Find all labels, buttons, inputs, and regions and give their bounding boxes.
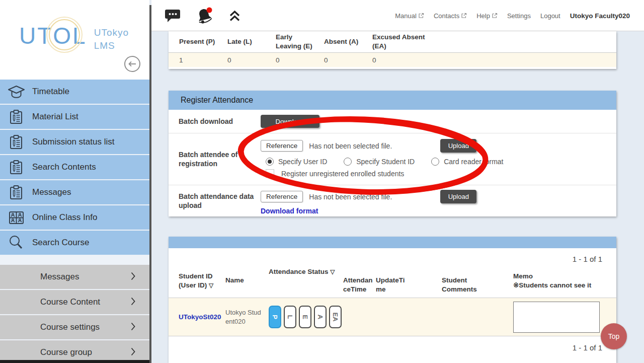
settings-link[interactable]: Settings <box>507 12 531 20</box>
sidebar-group-course-settings[interactable]: Course settings <box>0 315 149 339</box>
attendee-file-line: Reference Has not been selected file. Up… <box>261 139 616 153</box>
radio-label: Specify Student ID <box>356 158 415 166</box>
attendance-table-header: Student ID (User ID) ▽ Name Attendance S… <box>169 265 616 298</box>
logo-area: UTOL UTokyo LMS <box>0 0 149 80</box>
summary-header-absent: Absent (A) <box>313 37 362 46</box>
external-link-icon <box>418 13 424 19</box>
brand-o: O <box>53 24 72 47</box>
header-memo-line1: Memo <box>513 272 604 281</box>
radio-specify-user-id[interactable] <box>266 158 274 166</box>
sidebar-item-submission-status-list[interactable]: Submission status list <box>0 130 149 154</box>
sidebar-group-course-content[interactable]: Course Content <box>0 290 149 314</box>
sidebar-item-online-class-info[interactable]: Online Class Info <box>0 205 149 230</box>
clipboard-icon <box>0 134 32 150</box>
sidebar-item-label: Online Class Info <box>32 212 97 223</box>
reference-button[interactable]: Reference <box>261 191 303 202</box>
chevron-right-icon <box>131 272 135 282</box>
header-attendance-time: AttendanceTime <box>343 265 376 298</box>
sidebar-item-material-list[interactable]: Material List <box>0 105 149 129</box>
summary-value-late: 0 <box>217 56 265 64</box>
sidebar-item-label: Material List <box>32 112 78 122</box>
sidebar-item-messages[interactable]: Messages <box>0 180 149 204</box>
chevron-right-icon <box>131 322 135 333</box>
header-status-label: Attendance Status <box>269 268 329 275</box>
help-link-label: Help <box>476 12 490 20</box>
summary-value-present: 1 <box>169 56 217 64</box>
sort-icon[interactable]: ▽ <box>330 268 335 275</box>
section-title: Register Attendance <box>169 91 616 110</box>
sidebar-group-label: Course group <box>40 347 92 357</box>
summary-header-late: Late (L) <box>217 37 265 46</box>
status-button-early-leaving[interactable]: E <box>299 306 311 328</box>
header-student-comments: Student Comments <box>442 265 502 298</box>
register-unregistered-checkbox[interactable] <box>266 169 274 178</box>
logout-link-label: Logout <box>540 12 560 20</box>
download-button[interactable]: Download <box>261 115 319 128</box>
student-name: Utokyo Student020 <box>225 308 265 326</box>
sidebar-item-timetable[interactable]: Timetable <box>0 80 149 104</box>
double-chevron-up-icon[interactable] <box>228 10 241 22</box>
pagination-bottom: 1 - 1 of 1 <box>169 336 616 352</box>
status-button-absent[interactable]: A <box>314 306 327 328</box>
help-link[interactable]: Help <box>476 12 498 20</box>
video-grid-icon <box>0 210 32 226</box>
radio-card-reader-format[interactable] <box>431 158 439 166</box>
sidebar-item-label: Search Course <box>32 238 89 248</box>
notification-bell-icon[interactable] <box>195 7 214 25</box>
summary-value-excused-absent: 0 <box>362 56 427 64</box>
header-student-id[interactable]: Student ID (User ID) ▽ <box>179 265 222 298</box>
header-update-time: UpdateTime <box>376 265 409 298</box>
sidebar-scrollbar-horizontal[interactable] <box>0 360 151 363</box>
message-bubble-icon[interactable] <box>165 9 181 23</box>
sidebar-item-search-contents[interactable]: Search Contents <box>0 155 149 179</box>
student-row: UTokyoSt020 Utokyo Student020 P L E A EA <box>169 298 616 336</box>
current-user[interactable]: Utokyo Faculty020 <box>570 12 630 20</box>
student-id-link[interactable]: UTokyoSt020 <box>179 313 222 321</box>
download-format-link[interactable]: Download format <box>261 207 318 215</box>
summary-value-early-leaving: 0 <box>265 56 313 64</box>
upload-button[interactable]: Upload <box>440 190 476 203</box>
status-button-late[interactable]: L <box>284 306 296 328</box>
clipboard-icon <box>0 185 32 200</box>
scroll-to-top-button[interactable]: Top <box>601 323 627 349</box>
pagination-top: 1 - 1 of 1 <box>169 248 616 263</box>
sidebar-group-messages[interactable]: Messages <box>0 265 149 289</box>
summary-header-present: Present (P) <box>169 37 217 46</box>
logo-subtitle-line1: UTokyo <box>94 26 129 39</box>
sidebar: UTOL UTokyo LMS Timetable <box>0 0 149 363</box>
summary-value-absent: 0 <box>313 56 362 64</box>
status-button-group: P L E A EA <box>269 306 343 328</box>
status-letter: E <box>301 315 309 319</box>
sidebar-item-label: Submission status list <box>32 137 114 147</box>
header-attendance-status[interactable]: Attendance Status ▽ <box>269 265 343 298</box>
sidebar-nav: Timetable Material List Submission statu… <box>0 80 149 255</box>
sort-icon[interactable]: ▽ <box>209 282 213 289</box>
no-file-text: Has not been selected file. <box>309 142 392 150</box>
graduation-cap-icon <box>0 84 32 100</box>
status-button-present[interactable]: P <box>269 306 281 328</box>
checkbox-label: Register unregistered enrolled students <box>281 170 404 178</box>
batch-attendance-upload-row: Batch attendance data upload Reference H… <box>169 185 616 216</box>
batch-download-label: Batch download <box>169 110 261 133</box>
utol-logo: UTOL UTokyo LMS <box>19 24 129 52</box>
magnifier-icon <box>0 234 32 251</box>
left-arrow-icon <box>128 61 136 67</box>
reference-button[interactable]: Reference <box>261 140 303 152</box>
radio-specify-student-id[interactable] <box>344 158 352 166</box>
memo-input[interactable] <box>513 302 600 333</box>
manual-link-label: Manual <box>395 12 417 20</box>
collapse-sidebar-button[interactable] <box>124 56 140 72</box>
sidebar-group-nav: Messages Course Content Course settings … <box>0 265 149 363</box>
status-letter: EA <box>332 312 339 321</box>
status-letter: P <box>271 315 279 319</box>
sidebar-item-search-course[interactable]: Search Course <box>0 231 149 255</box>
upload-button[interactable]: Upload <box>440 139 476 153</box>
contacts-link[interactable]: Contacts <box>434 12 467 20</box>
brand-prefix: UT <box>19 24 53 47</box>
topbar-links: Manual Contacts Help Settings Logout Uto… <box>395 0 630 31</box>
sidebar-group-label: Course Content <box>40 297 100 307</box>
manual-link[interactable]: Manual <box>395 12 424 20</box>
logout-link[interactable]: Logout <box>540 12 560 20</box>
summary-header-row: Present (P) Late (L) Early Leaving (E) A… <box>169 31 616 53</box>
status-button-excused-absent[interactable]: EA <box>329 306 342 328</box>
